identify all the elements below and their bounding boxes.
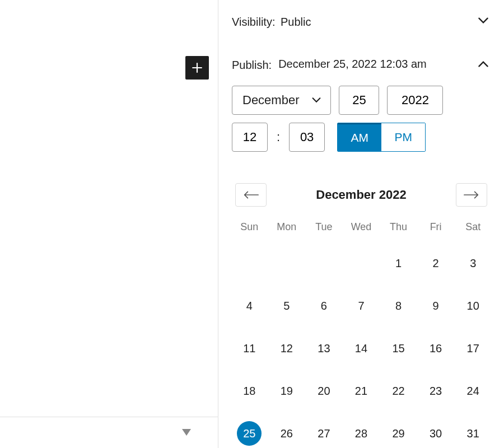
calendar-empty-cell [231,242,268,284]
weekday-header: Mon [268,216,306,242]
publish-label: Publish: [232,57,272,72]
calendar-day[interactable]: 4 [231,284,268,327]
date-controls-row: December [218,78,504,115]
am-button[interactable]: AM [338,123,381,151]
calendar-day[interactable]: 22 [380,370,417,412]
calendar-day[interactable]: 6 [305,284,343,327]
arrow-right-icon [463,189,480,200]
calendar-day[interactable]: 28 [343,412,380,448]
publish-value: December 25, 2022 12:03 am [276,57,476,72]
calendar-day[interactable]: 9 [417,284,455,327]
calendar-day[interactable]: 13 [305,327,343,370]
calendar-day[interactable]: 21 [343,370,380,412]
plus-icon [190,60,204,75]
calendar-grid: SunMonTueWedThuFriSat1234567891011121314… [218,216,504,448]
prev-month-button[interactable] [235,183,267,207]
ampm-toggle: AM PM [337,123,426,152]
day-input[interactable] [339,86,379,115]
weekday-header: Sun [231,216,268,242]
calendar-nav: December 2022 [218,167,504,216]
calendar-day[interactable]: 2 [417,242,455,284]
month-select[interactable]: December [232,86,331,115]
calendar-day[interactable]: 15 [380,327,417,370]
calendar-empty-cell [268,242,306,284]
calendar-day[interactable]: 26 [268,412,306,448]
calendar-day[interactable]: 1 [380,242,417,284]
weekday-header: Thu [380,216,417,242]
calendar-day[interactable]: 19 [268,370,306,412]
calendar-day[interactable]: 5 [268,284,306,327]
visibility-value: Public [281,16,311,28]
calendar-day[interactable]: 24 [454,370,492,412]
calendar-day[interactable]: 7 [343,284,380,327]
chevron-down-icon [476,13,491,31]
arrow-left-icon [242,189,259,200]
calendar-day[interactable]: 18 [231,370,268,412]
calendar-empty-cell [343,242,380,284]
calendar-day[interactable]: 3 [454,242,492,284]
visibility-panel-toggle[interactable]: Visibility: Public [218,0,504,46]
calendar-day[interactable]: 29 [380,412,417,448]
hour-input[interactable] [232,123,268,152]
calendar-day[interactable]: 25 [231,412,268,448]
calendar-day[interactable]: 27 [305,412,343,448]
calendar-empty-cell [305,242,343,284]
weekday-header: Sat [454,216,492,242]
time-colon: : [276,130,281,144]
calendar-day[interactable]: 16 [417,327,455,370]
calendar-day[interactable]: 12 [268,327,306,370]
visibility-label: Visibility: [232,16,275,28]
minute-input[interactable] [289,123,325,152]
editor-canvas [0,0,218,448]
calendar-day[interactable]: 31 [454,412,492,448]
weekday-header: Tue [305,216,343,242]
weekday-header: Fri [417,216,455,242]
calendar-day[interactable]: 8 [380,284,417,327]
calendar-day[interactable]: 14 [343,327,380,370]
calendar-day[interactable]: 11 [231,327,268,370]
settings-sidebar: Visibility: Public Publish: December 25,… [218,0,504,448]
calendar-day[interactable]: 23 [417,370,455,412]
year-input[interactable] [387,86,443,115]
calendar-day[interactable]: 20 [305,370,343,412]
weekday-header: Wed [343,216,380,242]
calendar-day[interactable]: 17 [454,327,492,370]
editor-footer [0,417,218,448]
month-select-value: December [242,93,299,108]
chevron-up-icon [476,57,491,73]
time-controls-row: : AM PM [218,115,504,162]
chevron-down-icon [310,94,323,106]
add-block-button[interactable] [185,56,209,80]
triangle-down-icon[interactable] [182,428,191,438]
calendar-title: December 2022 [316,188,406,202]
pm-button[interactable]: PM [381,123,425,151]
publish-panel-toggle[interactable]: Publish: December 25, 2022 12:03 am [218,46,504,78]
next-month-button[interactable] [456,183,487,207]
calendar-day[interactable]: 30 [417,412,455,448]
calendar-day[interactable]: 10 [454,284,492,327]
